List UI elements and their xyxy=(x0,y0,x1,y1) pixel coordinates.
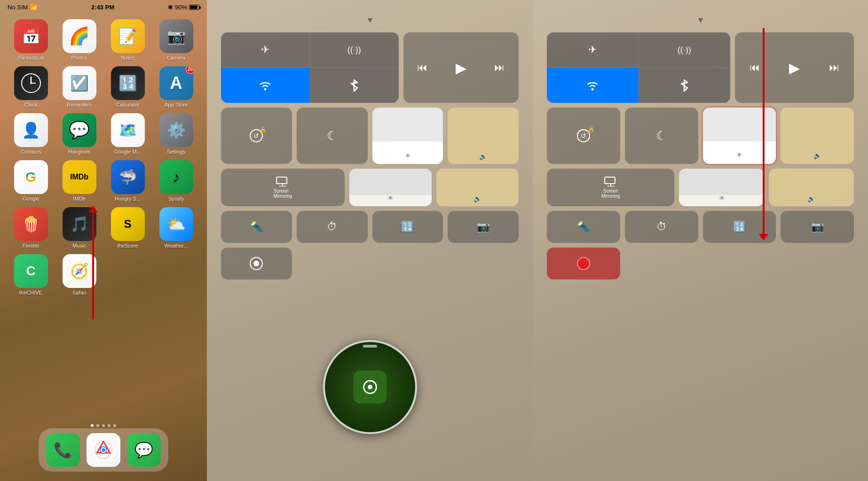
dock-phone[interactable]: 📞 xyxy=(46,433,80,467)
camera-tile[interactable]: 📷 xyxy=(448,211,519,243)
flashlight-tile[interactable]: 🔦 xyxy=(221,211,292,243)
calendar-icon: 📅 xyxy=(22,27,40,45)
volume-icon-r: 🔈 xyxy=(813,152,821,159)
app-camera[interactable]: 📷 Camera xyxy=(155,19,197,61)
dock-chrome[interactable] xyxy=(87,433,120,467)
bluetooth-icon-r xyxy=(680,79,688,92)
calculator-tile-r[interactable]: 🔢 xyxy=(703,211,776,243)
app-calculator[interactable]: 🔢 Calculator xyxy=(106,66,149,108)
moon-icon: ☾ xyxy=(327,129,338,143)
app-photos[interactable]: 🌈 Photos xyxy=(58,19,101,61)
zoom-record-dot xyxy=(368,385,372,389)
dock-app-icon xyxy=(87,433,120,467)
timer-tile-r[interactable]: ⏱ xyxy=(625,211,698,243)
rotation-lock-tile-r[interactable]: ↺ 🔒 xyxy=(547,108,620,164)
app-label: Google M... xyxy=(114,149,141,155)
cellular-tile[interactable]: ((·)) xyxy=(310,32,399,68)
record-active-tile-r[interactable] xyxy=(547,248,620,279)
app-hungrys[interactable]: 🦈 Hungry S... xyxy=(106,160,149,202)
app-hangouts[interactable]: 💬 Hangouts xyxy=(58,113,101,155)
next-track-button-r[interactable]: ⏭ xyxy=(829,62,839,74)
flashlight-tile-r[interactable]: 🔦 xyxy=(547,211,620,243)
control-center-panel-middle: ▾ ✈ ((·)) xyxy=(207,0,533,481)
app-clock[interactable]: Clock xyxy=(9,66,52,108)
play-pause-button[interactable]: ▶ xyxy=(456,60,466,76)
prev-track-button[interactable]: ⏮ xyxy=(417,62,427,74)
brightness-slider-tile[interactable]: ☀ xyxy=(372,108,443,164)
app-spotify[interactable]: ♪ Spotify xyxy=(155,160,197,202)
app-icon-img: 🦈 xyxy=(111,160,145,194)
app-label: App Store xyxy=(165,102,188,108)
app-googlemaps[interactable]: 🗺️ Google M... xyxy=(106,113,149,155)
media-controls-tile: ⏮ ▶ ⏭ xyxy=(403,32,519,103)
volume-tall-tile-r[interactable]: 🔈 xyxy=(769,169,854,206)
brightness-tall-tile[interactable]: ☀ xyxy=(349,169,432,206)
app-google[interactable]: G Google xyxy=(9,160,52,202)
volume-slider-tile-r[interactable]: 🔈 xyxy=(781,108,854,164)
app-label: Camera xyxy=(167,55,185,61)
phone-icon: 📞 xyxy=(54,441,72,459)
do-not-disturb-tile-r[interactable]: ☾ xyxy=(625,108,698,164)
svg-point-8 xyxy=(264,88,266,90)
app-weather[interactable]: ⛅ Weather... xyxy=(155,207,197,248)
app-icon-img: S xyxy=(111,207,145,241)
prev-track-button-r[interactable]: ⏮ xyxy=(750,62,760,74)
camera-tile-r[interactable]: 📷 xyxy=(781,211,854,243)
status-right: ✱ 90% xyxy=(168,4,199,11)
app-icon-img xyxy=(14,66,48,100)
app-icon-img: ⚙️ xyxy=(159,113,193,147)
play-pause-button-r[interactable]: ▶ xyxy=(789,60,800,76)
app-fantastical[interactable]: 📅 Fantastical xyxy=(9,19,52,61)
iphone-home-screen: No SIM 📶 2:43 PM ✱ 90% 📅 Fantastical 🌈 P… xyxy=(0,0,207,481)
app-music[interactable]: 🎵 Music xyxy=(58,207,101,248)
dock-messages[interactable]: 💬 xyxy=(127,433,161,467)
cellular-icon: ((·)) xyxy=(347,45,361,55)
app-icon-img: 🍿 xyxy=(14,207,48,241)
bluetooth-tile-r[interactable] xyxy=(639,68,730,103)
airplane-mode-tile-r[interactable]: ✈ xyxy=(547,32,639,68)
app-icon-img: 🎵 xyxy=(63,207,96,241)
brightness-tall-tile-r[interactable]: ☀ xyxy=(679,169,764,206)
app-appstore[interactable]: A 26 App Store xyxy=(155,66,197,108)
app-flixster[interactable]: 🍿 Flixster xyxy=(9,207,52,248)
svg-rect-11 xyxy=(605,177,615,184)
timer-tile[interactable]: ⏱ xyxy=(297,211,368,243)
app-icon-img: C xyxy=(14,254,48,288)
app-settings[interactable]: ⚙️ Settings xyxy=(155,113,197,155)
app-thescore[interactable]: S theScore xyxy=(106,207,149,248)
wifi-tile-r[interactable] xyxy=(547,68,639,103)
app-reminders[interactable]: ☑️ Reminders xyxy=(58,66,101,108)
app-safari[interactable]: 🧭 Safari xyxy=(58,254,101,295)
connectivity-tile: ✈ ((·)) xyxy=(221,32,399,103)
calculator-tile[interactable]: 🔢 xyxy=(372,211,443,243)
record-tile[interactable] xyxy=(221,248,292,279)
screen-mirroring-icon xyxy=(276,176,289,186)
app-notes[interactable]: 📝 Notes xyxy=(106,19,149,61)
next-track-button[interactable]: ⏭ xyxy=(494,62,505,74)
app-label: Calculator xyxy=(116,102,140,108)
app-icon-img: ♪ xyxy=(159,160,193,194)
rotation-lock-tile[interactable]: ↺ 🔒 xyxy=(221,108,292,164)
app-label: Clock xyxy=(24,102,38,108)
volume-slider-tile[interactable]: 🔈 xyxy=(448,108,519,164)
svg-point-7 xyxy=(102,448,105,452)
cellular-tile-r[interactable]: ((·)) xyxy=(639,32,730,68)
media-controls-tile-r: ⏮ ▶ ⏭ xyxy=(735,32,854,103)
screen-mirroring-tile[interactable]: ScreenMirroring xyxy=(221,169,345,206)
imdb-icon: IMDb xyxy=(70,173,88,181)
screen-mirroring-tile-r[interactable]: ScreenMirroring xyxy=(547,169,674,206)
app-contacts[interactable]: 👤 Contacts xyxy=(9,113,52,155)
battery-icon xyxy=(189,5,199,10)
app-imdb[interactable]: IMDb IMDb xyxy=(58,160,101,202)
do-not-disturb-tile[interactable]: ☾ xyxy=(297,108,368,164)
wifi-tile[interactable] xyxy=(221,68,310,103)
bluetooth-tile[interactable] xyxy=(310,68,399,103)
app-label: Contacts xyxy=(21,149,41,155)
brightness-slider-tile-r[interactable]: ☀ xyxy=(703,108,776,164)
app-icon-img: 💬 xyxy=(63,113,96,147)
thechive-icon: C xyxy=(26,264,35,279)
app-thechive[interactable]: C theCHIVE xyxy=(9,254,52,295)
app-label: Notes xyxy=(121,55,134,61)
volume-tall-tile[interactable]: 🔈 xyxy=(436,169,519,206)
airplane-mode-tile[interactable]: ✈ xyxy=(221,32,310,68)
